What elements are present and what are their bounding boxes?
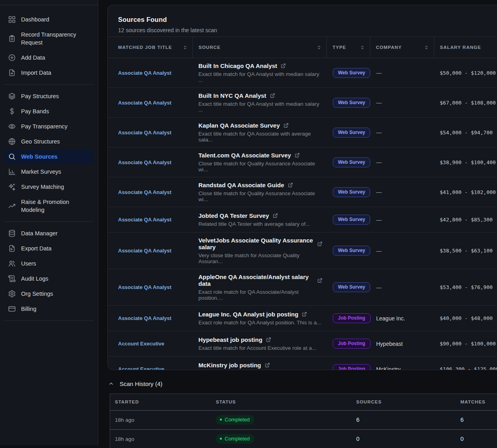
- table-row[interactable]: Associate QA Analyst Jobted QA Tester Su…: [108, 207, 497, 233]
- table-row[interactable]: Associate QA Analyst Built In Chicago QA…: [108, 58, 497, 88]
- sidebar-item-add-data[interactable]: Add Data: [4, 50, 94, 65]
- dashboard-icon: [8, 16, 16, 23]
- status-badge: Completed: [216, 415, 254, 425]
- scan-sources-count: 0: [351, 429, 456, 448]
- scan-matches-count: 6: [456, 410, 497, 429]
- external-link-icon[interactable]: [273, 213, 278, 218]
- external-link-icon[interactable]: [295, 153, 300, 158]
- column-header-matched-job-title[interactable]: MATCHED JOB TITLE: [108, 37, 192, 58]
- external-link-icon[interactable]: [265, 363, 270, 368]
- external-link-icon[interactable]: [288, 182, 293, 188]
- matched-job-title: Associate QA Analyst: [108, 147, 192, 177]
- external-link-icon[interactable]: [283, 123, 289, 128]
- salary-range-cell: $42,800 - $85,300: [434, 207, 497, 233]
- sidebar-item-label: Export Data: [21, 244, 52, 252]
- scan-history-row[interactable]: 18h ago Completed 0 0: [110, 429, 497, 448]
- sidebar-item-export-data[interactable]: Export Data: [4, 241, 94, 256]
- table-row[interactable]: Associate QA Analyst Randstad QA Associa…: [108, 177, 497, 207]
- source-description: Exact title match for QA Analyst with me…: [198, 71, 322, 83]
- status-dot-icon: [220, 438, 222, 440]
- company-cell: —: [370, 269, 434, 306]
- source-title-link[interactable]: Talent.com QA Associate Survey: [198, 152, 291, 159]
- source-title-link[interactable]: McKinstry job posting: [198, 362, 261, 368]
- sidebar-item-data-manager[interactable]: Data Manager: [4, 226, 94, 241]
- source-title-link[interactable]: Randstad QA Associate Guide: [198, 182, 284, 188]
- database-icon: [8, 229, 16, 237]
- sidebar-item-dashboard[interactable]: Dashboard: [4, 12, 94, 27]
- sidebar-item-label: Audit Logs: [21, 275, 49, 283]
- company-cell: McKinstry: [370, 357, 434, 370]
- source-title-link[interactable]: Hypebeast job posting: [198, 336, 262, 343]
- matched-job-title: Associate QA Analyst: [108, 118, 192, 147]
- external-link-icon[interactable]: [317, 278, 322, 283]
- scan-history-table: STARTEDSTATUSSOURCESMATCHES 18h ago Comp…: [110, 394, 497, 448]
- table-row[interactable]: Account Executive McKinstry job posting …: [108, 357, 497, 370]
- scan-history-title: Scan History (4): [120, 380, 163, 387]
- company-cell: —: [370, 233, 434, 269]
- scan-column-header-sources: SOURCES: [351, 394, 456, 410]
- table-row[interactable]: Associate QA Analyst AppleOne QA Associa…: [108, 269, 497, 306]
- scan-history-toggle[interactable]: Scan History (4): [108, 380, 163, 387]
- salary-range-cell: $67,000 - $108,000: [434, 88, 497, 118]
- table-row[interactable]: Associate QA Analyst League Inc. QA Anal…: [108, 306, 497, 331]
- scan-started: 18h ago: [110, 410, 211, 429]
- source-title-link[interactable]: Jobted QA Tester Survey: [198, 212, 269, 219]
- type-badge: Job Posting: [333, 339, 371, 349]
- matched-job-title: Associate QA Analyst: [108, 306, 192, 331]
- scan-history-row[interactable]: 18h ago Completed 6 6: [110, 410, 497, 429]
- sort-icon[interactable]: [317, 45, 321, 50]
- table-row[interactable]: Account Executive Hypebeast job posting …: [108, 331, 497, 357]
- sidebar-item-pay-structures[interactable]: Pay Structures: [4, 89, 94, 104]
- source-title-link[interactable]: Built In NYC QA Analyst: [198, 92, 266, 99]
- external-link-icon[interactable]: [302, 312, 307, 317]
- sidebar-item-market-surveys[interactable]: Market Surveys: [4, 164, 94, 179]
- column-header-source[interactable]: SOURCE: [192, 37, 326, 58]
- scroll-icon: [8, 275, 16, 283]
- eye-icon: [8, 122, 16, 130]
- column-header-label: MATCHED JOB TITLE: [118, 45, 172, 50]
- type-badge: Web Survey: [333, 215, 370, 225]
- external-link-icon[interactable]: [281, 63, 286, 68]
- sidebar-item-web-sources[interactable]: Web Sources: [4, 149, 94, 164]
- source-title-link[interactable]: Built In Chicago QA Analyst: [198, 62, 277, 69]
- sidebar-item-label: Pay Structures: [21, 92, 59, 100]
- sidebar-item-geo-structures[interactable]: Geo Structures: [4, 134, 94, 149]
- sidebar-item-org-settings[interactable]: Org Settings: [4, 286, 94, 301]
- company-cell: —: [370, 177, 434, 207]
- table-row[interactable]: Associate QA Analyst Built In NYC QA Ana…: [108, 88, 497, 118]
- sidebar-item-label: Market Surveys: [21, 168, 61, 176]
- source-title-link[interactable]: League Inc. QA Analyst job posting: [198, 311, 298, 318]
- column-header-salary-range[interactable]: SALARY RANGE: [434, 37, 497, 58]
- source-description: Very close title match for Associate Qua…: [198, 252, 322, 264]
- matched-job-title: Associate QA Analyst: [108, 177, 192, 207]
- source-title-link[interactable]: Kaplan QA Associate Survey: [198, 122, 280, 129]
- sort-icon[interactable]: [425, 45, 428, 50]
- sidebar-item-survey-matching[interactable]: Survey Matching: [4, 179, 94, 194]
- scan-column-header-status: STATUS: [211, 394, 351, 410]
- source-description: Exact title match for QA Associate with …: [198, 131, 322, 143]
- sidebar-item-pay-transparency[interactable]: Pay Transparency: [4, 119, 94, 134]
- sidebar-item-billing[interactable]: Billing: [4, 301, 94, 316]
- sidebar-item-raise-promotion-modeling[interactable]: Raise & Promotion Modeling: [4, 194, 94, 217]
- matched-job-title: Associate QA Analyst: [108, 88, 192, 118]
- search-icon: [8, 153, 16, 161]
- sort-icon[interactable]: [183, 45, 187, 50]
- column-header-company[interactable]: COMPANY: [370, 37, 434, 58]
- external-link-icon[interactable]: [270, 93, 275, 98]
- sidebar-item-label: Data Manager: [21, 229, 58, 237]
- external-link-icon[interactable]: [317, 241, 322, 246]
- column-header-type[interactable]: TYPE: [326, 37, 370, 58]
- table-row[interactable]: Associate QA Analyst Talent.com QA Assoc…: [108, 147, 497, 177]
- external-link-icon[interactable]: [266, 337, 271, 342]
- sidebar-item-record-transparency-request[interactable]: Record Transparency Request: [4, 27, 94, 50]
- sidebar-item-pay-bands[interactable]: Pay Bands: [4, 104, 94, 119]
- table-row[interactable]: Associate QA Analyst Kaplan QA Associate…: [108, 118, 497, 147]
- table-row[interactable]: Associate QA Analyst VelvetJobs Associat…: [108, 233, 497, 269]
- sort-icon[interactable]: [361, 45, 364, 50]
- chevron-up-icon[interactable]: [108, 381, 114, 387]
- sidebar-item-audit-logs[interactable]: Audit Logs: [4, 271, 94, 286]
- source-title-link[interactable]: VelvetJobs Associate Quality Assurance s…: [198, 237, 314, 250]
- sidebar-item-users[interactable]: Users: [4, 256, 94, 271]
- sidebar-item-import-data[interactable]: Import Data: [4, 65, 94, 80]
- source-title-link[interactable]: AppleOne QA Associate/Analyst salary dat…: [198, 273, 314, 287]
